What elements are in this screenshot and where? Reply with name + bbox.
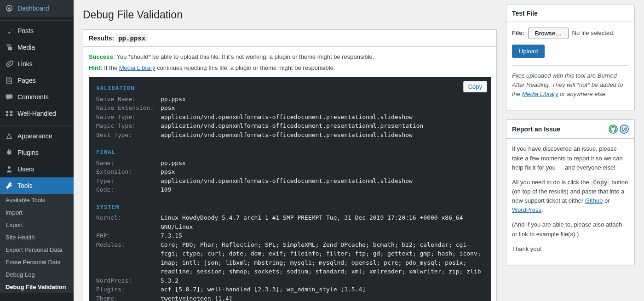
validation-title: VALIDATION — [96, 84, 483, 93]
row-wordpress: WordPress:5.3.2 — [96, 276, 483, 285]
appearance-icon — [5, 131, 14, 141]
row-naive-ext: Naive Extension:ppsx — [96, 103, 483, 113]
github-icon[interactable] — [609, 125, 618, 134]
hint-pre: If the — [104, 64, 119, 71]
svg-rect-0 — [6, 111, 8, 114]
wellhandled-icon — [5, 109, 14, 118]
report-issue-box: Report an Issue If you have discovered a… — [506, 119, 635, 265]
menu-label: Plugins — [17, 149, 39, 156]
system-section: SYSTEM Kernel:Linux HowdyDoody 5.4.7-arc… — [96, 203, 483, 301]
success-label: Success: — [89, 53, 115, 60]
success-line: Success: You *should* be able to upload … — [89, 52, 491, 62]
menu-label: Media — [17, 44, 35, 51]
final-section: FINAL Name:pp.ppsx Extension:ppsx Type:a… — [96, 148, 483, 194]
report-p3: (And if you are able to, please also att… — [512, 220, 629, 239]
menu-label: Well-Handled — [17, 110, 56, 117]
svg-rect-1 — [10, 111, 12, 114]
menu-links[interactable]: Links — [0, 56, 74, 72]
menu-users[interactable]: Users — [0, 161, 74, 177]
menu-tools[interactable]: Tools — [0, 177, 74, 194]
menu-posts[interactable]: Posts — [0, 23, 74, 39]
menu-label: Comments — [17, 93, 49, 101]
media-library-link-2[interactable]: Media Library — [522, 91, 558, 97]
sidebar-right: Test File File: Browse… No file selected… — [506, 5, 635, 274]
github-link[interactable]: Github — [585, 197, 603, 204]
test-file-box: Test File File: Browse… No file selected… — [506, 5, 635, 110]
plugins-icon — [5, 148, 14, 157]
tools-submenu: Available Tools Import Export Site Healt… — [0, 194, 74, 293]
no-file-text: No file selected. — [572, 28, 615, 38]
success-text: You *should* be able to upload this file… — [116, 53, 374, 60]
submenu-debug-log[interactable]: Debug Log — [0, 268, 74, 281]
menu-media[interactable]: Media — [0, 39, 74, 56]
submenu-erase-personal[interactable]: Erase Personal Data — [0, 256, 74, 268]
menu-label: Users — [17, 165, 34, 173]
menu-pages[interactable]: Pages — [0, 72, 74, 89]
comments-icon — [5, 92, 14, 102]
media-icon — [5, 43, 14, 52]
report-p1: If you have discovered an issue, please … — [512, 144, 629, 172]
row-naive-name: Naive Name:pp.ppsx — [96, 95, 483, 104]
test-file-title: Test File — [506, 5, 634, 22]
row-final-type: Type:application/vnd.openxmlformats-offi… — [96, 176, 483, 186]
menu-plugins[interactable]: Plugins — [0, 144, 74, 161]
submenu-site-health[interactable]: Site Health — [0, 231, 74, 244]
results-label: Results: — [89, 34, 114, 42]
svg-rect-3 — [10, 114, 12, 116]
pin-icon — [5, 26, 14, 35]
submenu-import[interactable]: Import — [0, 206, 74, 219]
hint-label: Hint: — [89, 64, 103, 71]
dashboard-icon — [5, 4, 14, 13]
menu-separator — [0, 18, 74, 21]
row-modules: Modules:Core; PDO; Phar; Reflection; SPL… — [96, 240, 483, 276]
row-theme: Theme:twentynineteen [1.4] — [96, 294, 483, 301]
report-p2: All you need to do is click the Copy but… — [512, 178, 629, 215]
menu-appearance[interactable]: Appearance — [0, 128, 74, 144]
menu-label: Appearance — [17, 132, 52, 140]
hint-line: Hint: If the Media Library continues rej… — [89, 63, 491, 73]
row-final-name: Name:pp.ppsx — [96, 159, 483, 168]
report-title: Report an Issue — [506, 120, 634, 139]
row-magic-type: Magic Type:application/vnd.openxmlformat… — [96, 121, 483, 131]
system-title: SYSTEM — [96, 203, 483, 212]
copy-button[interactable]: Copy — [463, 81, 487, 92]
users-icon — [5, 165, 14, 174]
validation-section: VALIDATION Naive Name:pp.ppsx Naive Exte… — [96, 84, 483, 139]
submenu-export[interactable]: Export — [0, 219, 74, 231]
menu-dashboard[interactable]: Dashboard — [0, 0, 74, 17]
row-plugins: Plugins:acf [5.8.7]; well-handled [2.3.3… — [96, 285, 483, 294]
page-title: Debug File Validation — [83, 9, 497, 21]
links-icon — [5, 59, 14, 68]
svg-point-4 — [8, 166, 10, 169]
results-heading: Results: pp.ppsx — [83, 30, 496, 47]
submenu-debug-file-validation[interactable]: Debug File Validation — [0, 281, 74, 293]
row-best-type: Best Type:application/vnd.openxmlformats… — [96, 131, 483, 140]
main-content: Debug File Validation Results: pp.ppsx S… — [74, 0, 644, 301]
media-library-link[interactable]: Media Library — [119, 64, 155, 71]
menu-comments[interactable]: Comments — [0, 89, 74, 105]
menu-label: Pages — [17, 77, 36, 84]
report-p4: Thank you! — [512, 244, 629, 254]
admin-sidebar: Dashboard Posts Media Links Pages Commen… — [0, 0, 74, 301]
upload-button[interactable]: Upload — [512, 45, 545, 58]
wordpress-icon[interactable] — [620, 125, 629, 134]
browse-button[interactable]: Browse… — [528, 28, 569, 39]
menu-label: Dashboard — [17, 5, 49, 12]
menu-wellhandled[interactable]: Well-Handled — [0, 105, 74, 122]
final-title: FINAL — [96, 148, 483, 157]
row-kernel: Kernel:Linux HowdyDoody 5.4.7-arch1-1 #1… — [96, 213, 483, 231]
svg-rect-2 — [6, 114, 8, 116]
menu-label: Posts — [17, 27, 34, 34]
results-filename: pp.ppsx — [116, 34, 148, 42]
file-label: File: — [512, 28, 524, 38]
menu-label: Links — [17, 60, 33, 68]
menu-separator — [0, 124, 74, 126]
submenu-export-personal[interactable]: Export Personal Data — [0, 244, 74, 256]
upload-note: Files uploaded with this tool are Burned… — [512, 65, 629, 99]
tools-icon — [5, 181, 14, 190]
wordpress-link[interactable]: WordPress — [512, 206, 541, 213]
pages-icon — [5, 76, 14, 85]
hint-post: continues rejecting this file, a plugin … — [155, 64, 335, 71]
submenu-available-tools[interactable]: Available Tools — [0, 194, 74, 206]
row-naive-type: Naive Type:application/vnd.openxmlformat… — [96, 113, 483, 122]
